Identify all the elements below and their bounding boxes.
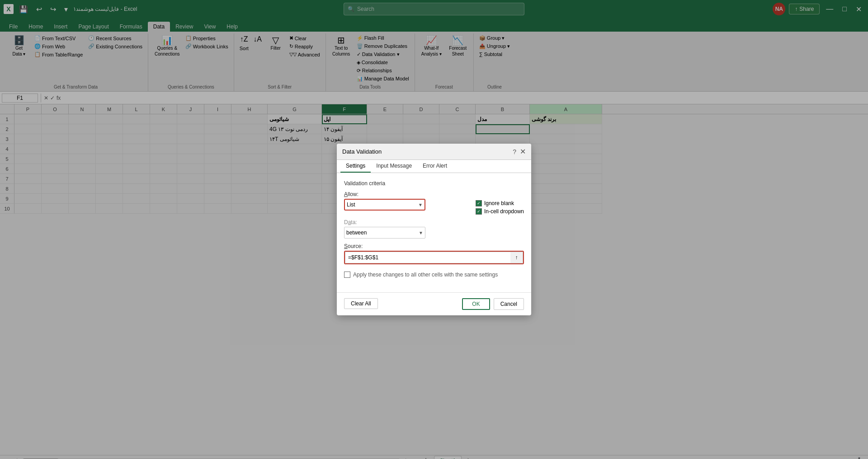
clear-all-button[interactable]: Clear All	[344, 298, 378, 309]
modal-overlay: Data Validation ? ✕ Settings Input Messa…	[0, 0, 868, 459]
modal-title-bar: Data Validation ? ✕	[337, 144, 531, 160]
source-ref-button[interactable]: ↑	[510, 252, 523, 263]
modal-controls: ? ✕	[513, 147, 526, 156]
modal-tab-settings[interactable]: Settings	[340, 160, 371, 173]
source-input[interactable]	[345, 252, 510, 263]
allow-dropdown-arrow: ▼	[418, 202, 423, 207]
data-dropdown-arrow: ▼	[419, 230, 423, 235]
modal-title: Data Validation	[342, 148, 382, 155]
source-group: Source: ↑	[344, 243, 524, 264]
data-dropdown[interactable]: between ▼	[344, 227, 425, 239]
modal-tabs: Settings Input Message Error Alert	[337, 160, 531, 173]
modal-close-button[interactable]: ✕	[520, 147, 526, 156]
modal-footer: Clear All OK Cancel	[337, 292, 531, 315]
allow-dropdown[interactable]: List ▼	[344, 199, 425, 211]
source-input-wrap: ↑	[344, 251, 524, 264]
modal-tab-input-message[interactable]: Input Message	[371, 160, 417, 173]
in-cell-dropdown-row: ✓ In-cell dropdown	[476, 208, 524, 215]
cancel-button[interactable]: Cancel	[494, 298, 524, 310]
data-validation-modal: Data Validation ? ✕ Settings Input Messa…	[337, 144, 531, 315]
modal-tab-error-alert[interactable]: Error Alert	[417, 160, 453, 173]
ok-button[interactable]: OK	[462, 298, 490, 310]
apply-checkbox[interactable]	[344, 272, 350, 278]
allow-label: Allow:	[344, 191, 467, 197]
apply-label: Apply these changes to all other cells w…	[353, 272, 498, 278]
checkbox-group: ✓ Ignore blank ✓ In-cell dropdown	[476, 200, 524, 215]
ignore-blank-row: ✓ Ignore blank	[476, 200, 524, 206]
in-cell-dropdown-checkbox[interactable]: ✓	[476, 208, 482, 215]
data-label: Data:	[344, 219, 524, 225]
in-cell-dropdown-label: In-cell dropdown	[484, 208, 524, 215]
validation-criteria-label: Validation criteria	[344, 180, 524, 187]
ignore-blank-checkbox[interactable]: ✓	[476, 200, 482, 206]
apply-checkbox-row: Apply these changes to all other cells w…	[344, 272, 524, 278]
modal-help-button[interactable]: ?	[513, 148, 516, 155]
source-label: Source:	[344, 243, 524, 249]
modal-body: Validation criteria Allow: List ▼ ✓ Igno…	[337, 173, 531, 292]
data-value: between	[346, 230, 367, 236]
ignore-blank-label: Ignore blank	[484, 200, 514, 206]
allow-value: List	[347, 201, 355, 208]
data-row: Data: between ▼	[344, 219, 524, 239]
